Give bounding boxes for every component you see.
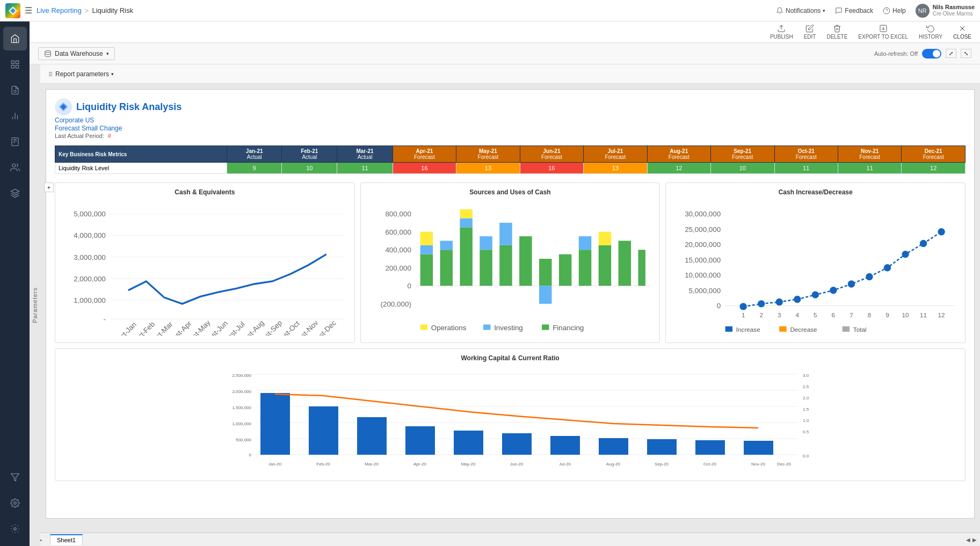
nav-right: Notifications ▾ Feedback Help NR Nils Ra… bbox=[776, 4, 975, 18]
avatar: NR bbox=[916, 4, 930, 18]
bell-icon bbox=[776, 7, 783, 14]
solver-logo bbox=[5, 3, 20, 18]
help-label: Help bbox=[892, 7, 906, 14]
top-nav: ☰ Live Reporting > Liquidity Risk Notifi… bbox=[0, 0, 980, 21]
feedback-label: Feedback bbox=[845, 7, 873, 14]
feedback-button[interactable]: Feedback bbox=[835, 7, 873, 14]
user-info: Nils Rasmusse Cre·Olive Marms bbox=[933, 4, 975, 17]
help-icon bbox=[883, 7, 890, 14]
message-icon bbox=[835, 7, 843, 14]
chevron-down-icon: ▾ bbox=[823, 8, 825, 13]
help-button[interactable]: Help bbox=[883, 7, 906, 14]
notifications-button[interactable]: Notifications ▾ bbox=[776, 7, 825, 14]
breadcrumb-current: Liquidity Risk bbox=[92, 6, 133, 14]
nav-left: ☰ Live Reporting > Liquidity Risk bbox=[5, 3, 776, 18]
breadcrumb: Live Reporting > Liquidity Risk bbox=[37, 6, 133, 14]
hamburger-button[interactable]: ☰ bbox=[25, 5, 32, 16]
user-section[interactable]: NR Nils Rasmusse Cre·Olive Marms bbox=[916, 4, 975, 18]
svg-point-2 bbox=[883, 8, 890, 14]
user-org: Cre·Olive Marms bbox=[933, 11, 975, 17]
breadcrumb-parent[interactable]: Live Reporting bbox=[37, 6, 82, 14]
user-name: Nils Rasmusse bbox=[933, 4, 975, 11]
notifications-label: Notifications bbox=[786, 7, 821, 14]
breadcrumb-separator: > bbox=[85, 6, 89, 14]
